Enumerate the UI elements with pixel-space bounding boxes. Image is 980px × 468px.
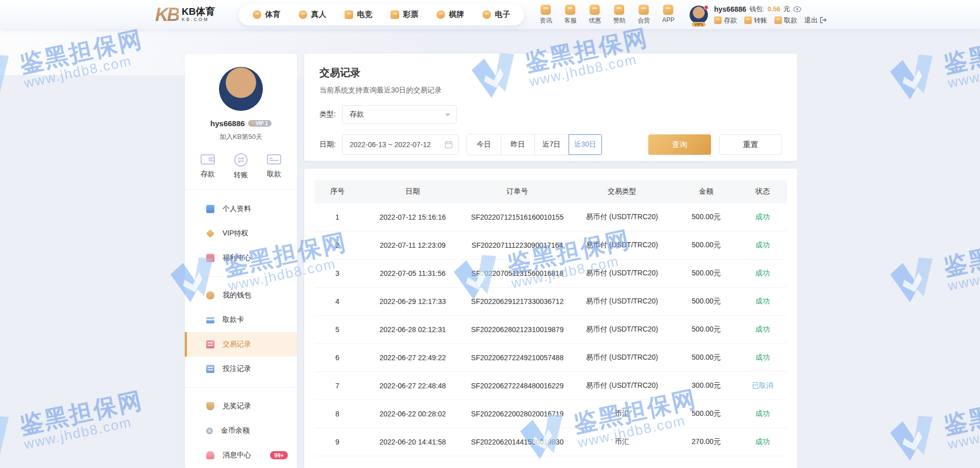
sidebar-item-label: 兑奖记录	[223, 402, 251, 411]
sports-icon	[253, 10, 261, 19]
sidebar-item-profile[interactable]: 个人资料	[185, 197, 297, 221]
nav-item-chess[interactable]: 棋牌	[436, 10, 464, 19]
user-action-label: 存款	[724, 16, 737, 25]
quick-date-button[interactable]: 近7日	[534, 134, 568, 155]
watermark-logo-icon	[886, 413, 943, 466]
nav-item-label: 真人	[311, 10, 326, 19]
nav-item-slots[interactable]: 电子	[482, 10, 510, 19]
slots-icon	[482, 10, 491, 19]
cell-order: SF202206272249210057488	[465, 354, 570, 362]
date-range-input[interactable]: 2022-06-13 ~ 2022-07-12	[342, 134, 458, 155]
quick-date-button[interactable]: 昨日	[501, 134, 534, 155]
sidebar-item-trade[interactable]: 交易记录	[185, 332, 297, 357]
cell-order: SF202206201441580019830	[465, 438, 570, 446]
table-row[interactable]: 62022-06-27 22:49:22SF202206272249210057…	[314, 344, 787, 372]
sidebar-deposit-label: 存款	[201, 170, 215, 179]
quick-date-button[interactable]: 今日	[467, 134, 501, 155]
table-row[interactable]: 22022-07-11 12:23:09SF202207111223090017…	[314, 231, 787, 260]
status-badge: 成功	[738, 325, 787, 334]
table-row[interactable]: 52022-06-28 02:12:31SF202206280212310019…	[314, 316, 787, 344]
kb-logo[interactable]: KB KB体育 KB.COM	[155, 4, 215, 26]
status-badge: 成功	[738, 437, 787, 447]
cell-amount: 500.00元	[674, 297, 738, 306]
type-select[interactable]: 存款	[342, 105, 457, 124]
sidebar-item-label: 交易记录	[223, 340, 251, 349]
sidebar-item-prize[interactable]: 兑奖记录	[185, 394, 297, 418]
quick-link-service[interactable]: 客服	[564, 5, 576, 25]
cell-type: 币汇	[570, 437, 674, 447]
cell-date: 2022-07-05 11:31:56	[360, 269, 465, 277]
coin-icon	[206, 428, 213, 434]
table-row[interactable]: 92022-06-20 14:41:58SF202206201441580019…	[314, 428, 787, 456]
trade-icon	[206, 340, 214, 348]
nav-item-esports[interactable]: 电竞	[345, 10, 372, 19]
table-row[interactable]: 42022-06-29 12:17:33SF202206291217330036…	[314, 288, 787, 316]
type-select-value: 存款	[350, 110, 364, 119]
nav-item-sports[interactable]: 体育	[253, 10, 280, 19]
wallet-currency: 元	[783, 5, 790, 14]
service-icon	[565, 5, 575, 15]
quick-date-button[interactable]: 近30日	[568, 134, 602, 155]
sidebar-transfer-action[interactable]: 转账	[234, 153, 248, 180]
sidebar-item-vip[interactable]: VIP特权	[185, 221, 297, 246]
user-action-label: 取款	[784, 16, 797, 25]
quick-link-sponsor[interactable]: 赞助	[613, 5, 625, 25]
sidebar-deposit-action[interactable]: 存款	[200, 153, 215, 180]
quick-link-promo[interactable]: 优惠	[589, 5, 601, 25]
logout-button[interactable]: 退出	[804, 16, 827, 25]
cell-type: 易币付 (USDT/TRC20)	[570, 381, 674, 390]
search-button[interactable]: 查询	[648, 134, 711, 155]
cell-amount: 270.00元	[674, 437, 738, 447]
quick-link-app[interactable]: APP	[662, 5, 674, 25]
watermark: 鉴黑担保网 www.jhdb8.com	[0, 369, 188, 468]
cell-amount: 500.00元	[674, 241, 738, 250]
cell-amount: 500.00元	[674, 213, 738, 222]
reset-button[interactable]: 重置	[719, 134, 782, 155]
quick-link-news[interactable]: 资讯	[540, 5, 552, 25]
nav-item-live[interactable]: 真人	[299, 10, 326, 19]
sidebar-item-coin[interactable]: 金币余额	[185, 418, 297, 443]
sidebar-withdraw-label: 取款	[267, 170, 281, 179]
top-navigation-bar: KB KB体育 KB.COM 体育真人电竞彩票棋牌电子 资讯客服优惠赞助合营AP…	[0, 0, 980, 29]
watermark-site-text: www.jhdb8.com	[22, 412, 148, 452]
eye-icon[interactable]	[793, 6, 801, 12]
user-area: VIP1 hys66886 钱包: 0.56 元 存款转账取款 退出	[690, 5, 827, 25]
sidebar-item-label: VIP特权	[223, 229, 249, 238]
quick-link-partner[interactable]: 合营	[638, 5, 650, 25]
quick-link-label: APP	[662, 16, 674, 24]
sidebar-item-welfare[interactable]: 福利中心	[185, 246, 297, 270]
quick-link-label: 赞助	[613, 16, 625, 25]
wallet-balance: 0.56	[768, 5, 780, 13]
user-action-deposit[interactable]: 存款	[714, 16, 737, 25]
vip-icon	[206, 229, 215, 238]
withdraw-card-icon	[266, 153, 282, 166]
transfer-icon	[744, 16, 752, 24]
user-action-withdraw[interactable]: 取款	[774, 16, 797, 25]
sidebar-item-bank-card[interactable]: 取款卡	[185, 308, 297, 332]
profile-card: hys66886 VIP 1 加入KB第50天	[185, 67, 297, 142]
table-row[interactable]: 32022-07-05 11:31:56SF202207051131560016…	[314, 260, 787, 288]
sidebar-item-bell[interactable]: 消息中心99+	[185, 443, 297, 467]
sidebar-item-wallet-gold[interactable]: 我的钱包	[185, 283, 297, 308]
avatar[interactable]: VIP1	[690, 6, 708, 24]
lottery-icon	[390, 10, 399, 19]
cell-date: 2022-06-22 00:28:02	[360, 410, 465, 418]
cell-order: SF202207121516160010155	[465, 213, 570, 221]
cell-seq: 3	[314, 269, 360, 277]
sidebar-item-bet[interactable]: 投注记录	[185, 357, 297, 381]
nav-item-lottery[interactable]: 彩票	[390, 10, 418, 19]
status-badge: 成功	[738, 353, 787, 362]
prize-icon	[206, 402, 214, 410]
table-row[interactable]: 82022-06-22 00:28:02SF202206220028020016…	[314, 400, 787, 428]
esports-icon	[345, 10, 353, 19]
profile-avatar[interactable]	[219, 67, 263, 111]
table-row[interactable]: 72022-06-27 22:48:48SF202206272248480016…	[314, 372, 787, 400]
cell-seq: 8	[314, 410, 360, 418]
sidebar-withdraw-action[interactable]: 取款	[266, 153, 282, 180]
sidebar-item-label: 福利中心	[223, 253, 251, 263]
cell-date: 2022-07-12 15:16:16	[360, 213, 465, 221]
user-action-transfer[interactable]: 转账	[744, 16, 767, 25]
sponsor-icon	[614, 5, 624, 15]
vip-badge: VIP1	[692, 22, 705, 27]
table-row[interactable]: 12022-07-12 15:16:16SF202207121516160010…	[314, 203, 787, 231]
